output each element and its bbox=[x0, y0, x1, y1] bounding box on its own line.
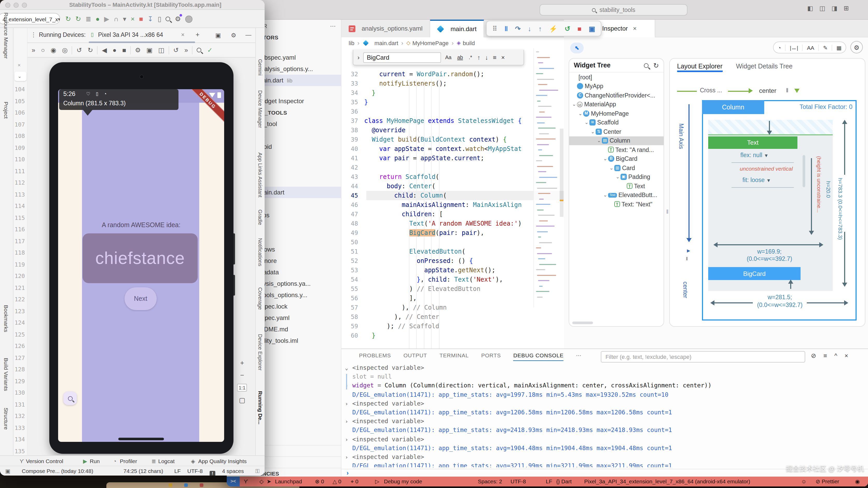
camera-icon[interactable]: ▣ bbox=[147, 46, 153, 54]
layout-toggle-icon[interactable]: ◧ bbox=[807, 5, 813, 12]
status-version-control-icon[interactable]: Ƴ bbox=[20, 456, 24, 466]
layout-toggle-icon[interactable]: ◫ bbox=[819, 5, 826, 12]
caret-position-status[interactable]: 74:25 (12 chars) bbox=[123, 466, 163, 476]
minimize-panel-icon[interactable]: — bbox=[245, 32, 251, 38]
code-line[interactable]: 41 var pair = appState.current; bbox=[341, 154, 564, 163]
code-line[interactable]: 59 ); // Scaffold bbox=[341, 322, 564, 331]
toolstrip-running-de-[interactable]: Running De... bbox=[257, 391, 263, 424]
scrollbar-thumb[interactable] bbox=[560, 129, 563, 217]
row-chevron[interactable]: › bbox=[345, 399, 352, 408]
find-input[interactable]: BigCard bbox=[363, 52, 441, 63]
tree-node-elevatedbutt[interactable]: ⌄TextElevatedButt... bbox=[569, 191, 663, 200]
eol-status[interactable]: LF bbox=[174, 466, 181, 476]
code-line[interactable]: 49 BigCard(pair: pair), bbox=[341, 228, 564, 237]
device-settings-icon[interactable]: ⚙ bbox=[135, 46, 141, 54]
code-line[interactable]: 46 mainAxisAlignment: MainAxisAlign bbox=[341, 200, 564, 209]
code-line[interactable]: 52 onPressed: () { bbox=[341, 256, 564, 265]
console-row[interactable]: slot = null bbox=[345, 372, 864, 381]
code-line[interactable]: 32 current = WordPair.random(); bbox=[341, 69, 564, 79]
text-scaling-icon[interactable]: AA bbox=[803, 44, 819, 51]
close-icon[interactable]: × bbox=[18, 62, 21, 68]
tab-analysis_options.yaml[interactable]: analysis_options.yaml bbox=[341, 20, 430, 37]
chevron-down-icon[interactable]: ⌄ bbox=[602, 156, 608, 162]
code-line[interactable]: 51 ElevatedButton( bbox=[341, 247, 564, 256]
find-next-button[interactable]: ↓ bbox=[484, 54, 489, 61]
panel-more-icon[interactable]: ⋯ bbox=[576, 352, 582, 361]
code-line[interactable]: 60 } bbox=[341, 331, 564, 340]
repaint-rainbow-icon[interactable]: ✎ bbox=[819, 44, 833, 51]
toolstrip-device-explorer[interactable]: Device Explorer bbox=[257, 334, 263, 370]
tree-node-root[interactable]: [root] bbox=[569, 73, 663, 82]
errors-status[interactable]: ⊗ 0 bbox=[315, 477, 324, 486]
row-chevron[interactable]: ⌄ bbox=[345, 363, 352, 372]
code-line[interactable]: 37class MyHomePage extends StatelessWidg… bbox=[341, 116, 564, 126]
close-panel-icon[interactable]: × bbox=[844, 352, 848, 359]
code-line[interactable]: 33 notifyListeners(); bbox=[341, 79, 564, 88]
panel-tab-ports[interactable]: PORTS bbox=[481, 352, 501, 361]
expand-icon[interactable]: ▶ bbox=[687, 249, 690, 253]
console-row[interactable]: ›<inspected variable> bbox=[345, 417, 864, 426]
dock-icon[interactable] bbox=[168, 483, 172, 487]
warning-badge[interactable]: ! bbox=[210, 468, 215, 476]
panel-tab-debug-console[interactable]: DEBUG CONSOLE bbox=[514, 352, 564, 361]
code-line[interactable]: 55 ) // ElevatedButton bbox=[341, 284, 564, 294]
console-row[interactable]: ›<inspected variable> bbox=[345, 435, 864, 444]
device-tab[interactable]: Pixel 3a API 34 ...x86 64 bbox=[98, 32, 163, 38]
remote-indicator[interactable]: >< bbox=[227, 477, 240, 486]
regex-button[interactable]: .* bbox=[467, 54, 474, 61]
dock-icon[interactable] bbox=[200, 483, 204, 487]
code-line[interactable]: 56 ], bbox=[341, 294, 564, 303]
volume-down-icon[interactable]: ◎ bbox=[62, 46, 68, 54]
status-run[interactable]: Run bbox=[90, 456, 100, 466]
chevron-down-icon[interactable]: ⌄ bbox=[590, 129, 596, 134]
tree-node-center[interactable]: ⌄⇅Center bbox=[569, 127, 663, 136]
clear-console-icon[interactable]: ⊘ bbox=[811, 352, 816, 359]
prettier-status[interactable]: ⊘ Prettier bbox=[815, 477, 839, 486]
chevron-down-icon[interactable]: ⌄ bbox=[615, 174, 621, 180]
row-chevron[interactable]: › bbox=[345, 417, 352, 426]
inspect-frame-icon[interactable]: ▣ bbox=[589, 25, 595, 32]
toolstrip-bookmarks[interactable]: Bookmarks bbox=[3, 305, 9, 332]
recents-icon[interactable]: ■ bbox=[122, 46, 126, 54]
hot-reload-icon[interactable]: ⚡ bbox=[549, 25, 557, 32]
breadcrumb[interactable]: lib›main.dart›◇MyHomePage›◈build bbox=[341, 37, 564, 48]
chevron-down-icon[interactable]: ⌄ bbox=[602, 193, 608, 198]
next-button[interactable]: Next bbox=[125, 287, 157, 310]
profile-avatar[interactable] bbox=[185, 15, 192, 23]
toolstrip-build-variants[interactable]: Build Variants bbox=[3, 358, 9, 391]
lock-icon[interactable]: ⚿ bbox=[255, 466, 259, 476]
slow-animations-icon[interactable]: ◔ bbox=[774, 44, 786, 51]
code-line[interactable]: 42 bbox=[341, 163, 564, 172]
launchpad-shield-icon[interactable]: ◇ bbox=[259, 477, 264, 486]
breadcrumb-item[interactable]: lib bbox=[349, 40, 354, 46]
main-axis-value[interactable]: center bbox=[682, 282, 688, 298]
chevron-down-icon[interactable]: ⌄ bbox=[18, 74, 22, 79]
split-window-icon[interactable]: ▣ bbox=[215, 32, 221, 39]
chevron-down-icon[interactable]: ⌄ bbox=[609, 165, 614, 171]
code-editor[interactable]: 32 current = WordPair.random();33 notify… bbox=[341, 48, 564, 349]
inspect-widget-button[interactable]: ⬉ bbox=[570, 42, 584, 54]
code-line[interactable]: 47 children: [ bbox=[341, 209, 564, 219]
debug-status[interactable]: Debug my code bbox=[384, 477, 422, 486]
attach-debugger-icon[interactable]: ∩ bbox=[114, 15, 119, 23]
text-widget-bar[interactable]: Text bbox=[708, 136, 798, 149]
console-filter-input[interactable]: Filter (e.g. text, !exclude, \escape) bbox=[601, 351, 805, 362]
close-device-icon[interactable]: × bbox=[181, 32, 184, 38]
status-profiler-icon[interactable]: ◔ bbox=[113, 456, 117, 466]
tree-node-materialapp[interactable]: ⌄MMaterialApp bbox=[569, 100, 663, 109]
code-line[interactable]: 34 } bbox=[341, 88, 564, 97]
breadcrumb-item[interactable]: main.dart bbox=[363, 40, 398, 46]
device-screen[interactable]: 5:26 ♡ ▯ ◔ Column (281.5 x 783.3) DEBUG … bbox=[58, 89, 224, 442]
language-status[interactable]: {} Dart bbox=[556, 477, 572, 486]
encoding-status[interactable]: UTF-8 bbox=[510, 477, 526, 486]
warnings-status[interactable]: △ 0 bbox=[333, 477, 341, 486]
find-prev-button[interactable]: ↑ bbox=[476, 54, 482, 61]
row-chevron[interactable]: › bbox=[345, 435, 352, 444]
rerun-app-icon[interactable]: ↻ bbox=[65, 15, 71, 23]
debug-console[interactable]: ⌄<inspected variable>slot = null›widget … bbox=[345, 363, 864, 467]
layout-toggle-icon[interactable]: ◨ bbox=[831, 5, 837, 12]
eol-status[interactable]: LF bbox=[546, 477, 552, 486]
panel-tab-output[interactable]: OUTPUT bbox=[403, 352, 427, 361]
close-tab-icon[interactable]: × bbox=[633, 25, 637, 32]
console-row[interactable]: ⌄<inspected variable> bbox=[345, 363, 864, 372]
